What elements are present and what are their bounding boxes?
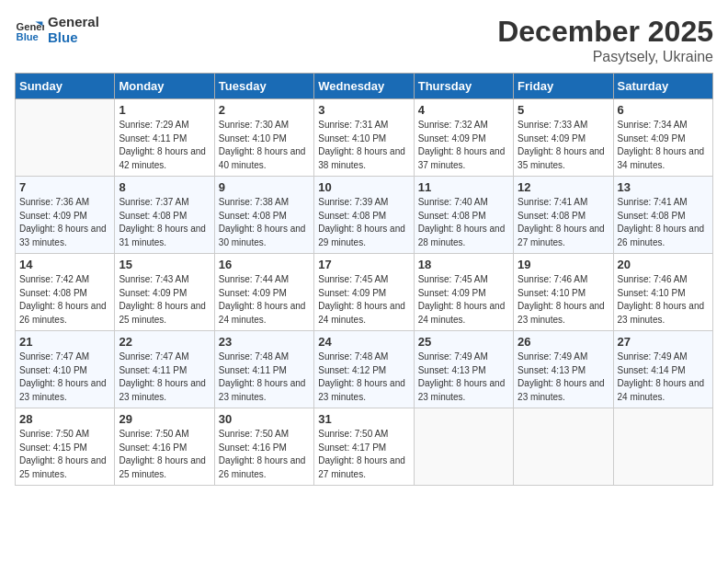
day-info: Sunrise: 7:49 AMSunset: 4:13 PMDaylight:…: [518, 350, 609, 404]
calendar-day-cell: 10Sunrise: 7:39 AMSunset: 4:08 PMDayligh…: [314, 177, 414, 254]
day-info: Sunrise: 7:49 AMSunset: 4:13 PMDaylight:…: [418, 350, 509, 404]
weekday-header-tuesday: Tuesday: [214, 74, 313, 99]
weekday-header-saturday: Saturday: [613, 74, 712, 99]
day-number: 2: [219, 103, 310, 117]
calendar-day-cell: 20Sunrise: 7:46 AMSunset: 4:10 PMDayligh…: [613, 254, 712, 331]
calendar-day-cell: 25Sunrise: 7:49 AMSunset: 4:13 PMDayligh…: [414, 331, 513, 408]
calendar-day-cell: 11Sunrise: 7:40 AMSunset: 4:08 PMDayligh…: [414, 177, 513, 254]
day-info: Sunrise: 7:40 AMSunset: 4:08 PMDaylight:…: [418, 196, 509, 249]
calendar-day-cell: [613, 408, 712, 486]
day-number: 31: [318, 412, 409, 426]
calendar-week-row: 28Sunrise: 7:50 AMSunset: 4:15 PMDayligh…: [16, 408, 713, 486]
calendar-day-cell: 8Sunrise: 7:37 AMSunset: 4:08 PMDaylight…: [115, 177, 214, 254]
day-info: Sunrise: 7:29 AMSunset: 4:11 PMDaylight:…: [119, 119, 210, 172]
day-info: Sunrise: 7:30 AMSunset: 4:10 PMDaylight:…: [219, 119, 310, 172]
day-number: 13: [618, 180, 709, 194]
day-number: 23: [219, 335, 310, 349]
day-number: 29: [119, 412, 210, 426]
calendar-day-cell: 5Sunrise: 7:33 AMSunset: 4:09 PMDaylight…: [514, 99, 613, 177]
weekday-header-sunday: Sunday: [16, 74, 115, 99]
calendar-day-cell: 1Sunrise: 7:29 AMSunset: 4:11 PMDaylight…: [115, 99, 214, 177]
calendar-day-cell: [514, 408, 613, 486]
day-info: Sunrise: 7:50 AMSunset: 4:15 PMDaylight:…: [19, 428, 110, 481]
day-info: Sunrise: 7:37 AMSunset: 4:08 PMDaylight:…: [119, 196, 210, 249]
day-number: 16: [219, 258, 310, 271]
logo-text-general: General: [48, 15, 99, 30]
logo-icon: General Blue: [15, 16, 44, 45]
day-number: 26: [518, 335, 609, 349]
calendar-week-row: 1Sunrise: 7:29 AMSunset: 4:11 PMDaylight…: [16, 99, 713, 177]
day-number: 18: [418, 258, 509, 271]
day-info: Sunrise: 7:45 AMSunset: 4:09 PMDaylight:…: [418, 273, 509, 327]
calendar-day-cell: 31Sunrise: 7:50 AMSunset: 4:17 PMDayligh…: [314, 408, 414, 486]
calendar-day-cell: [414, 408, 513, 486]
day-info: Sunrise: 7:48 AMSunset: 4:11 PMDaylight:…: [219, 350, 310, 404]
calendar-day-cell: 18Sunrise: 7:45 AMSunset: 4:09 PMDayligh…: [414, 254, 513, 331]
day-info: Sunrise: 7:31 AMSunset: 4:10 PMDaylight:…: [318, 119, 409, 172]
day-number: 24: [318, 335, 409, 349]
calendar-day-cell: 30Sunrise: 7:50 AMSunset: 4:16 PMDayligh…: [214, 408, 313, 486]
calendar-week-row: 21Sunrise: 7:47 AMSunset: 4:10 PMDayligh…: [16, 331, 713, 408]
weekday-header-monday: Monday: [115, 74, 214, 99]
day-info: Sunrise: 7:49 AMSunset: 4:14 PMDaylight:…: [618, 350, 709, 404]
calendar-day-cell: 4Sunrise: 7:32 AMSunset: 4:09 PMDaylight…: [414, 99, 513, 177]
calendar-day-cell: 16Sunrise: 7:44 AMSunset: 4:09 PMDayligh…: [214, 254, 313, 331]
title-area: December 2025 Pasytsely, Ukraine: [497, 15, 713, 65]
month-title: December 2025: [497, 15, 713, 49]
day-info: Sunrise: 7:36 AMSunset: 4:09 PMDaylight:…: [19, 196, 110, 249]
calendar-day-cell: 6Sunrise: 7:34 AMSunset: 4:09 PMDaylight…: [613, 99, 712, 177]
calendar-day-cell: 12Sunrise: 7:41 AMSunset: 4:08 PMDayligh…: [514, 177, 613, 254]
day-number: 10: [318, 180, 409, 194]
calendar-day-cell: 29Sunrise: 7:50 AMSunset: 4:16 PMDayligh…: [115, 408, 214, 486]
weekday-header-friday: Friday: [514, 74, 613, 99]
calendar-day-cell: 19Sunrise: 7:46 AMSunset: 4:10 PMDayligh…: [514, 254, 613, 331]
day-info: Sunrise: 7:50 AMSunset: 4:16 PMDaylight:…: [119, 428, 210, 481]
calendar-day-cell: 27Sunrise: 7:49 AMSunset: 4:14 PMDayligh…: [613, 331, 712, 408]
day-number: 6: [618, 103, 709, 117]
calendar-day-cell: 21Sunrise: 7:47 AMSunset: 4:10 PMDayligh…: [16, 331, 115, 408]
day-number: 12: [518, 180, 609, 194]
calendar-day-cell: 24Sunrise: 7:48 AMSunset: 4:12 PMDayligh…: [314, 331, 414, 408]
calendar-day-cell: 13Sunrise: 7:41 AMSunset: 4:08 PMDayligh…: [613, 177, 712, 254]
weekday-header-wednesday: Wednesday: [314, 74, 414, 99]
day-number: 4: [418, 103, 509, 117]
svg-text:Blue: Blue: [17, 31, 39, 42]
calendar-day-cell: 7Sunrise: 7:36 AMSunset: 4:09 PMDaylight…: [16, 177, 115, 254]
weekday-header-thursday: Thursday: [414, 74, 513, 99]
day-info: Sunrise: 7:43 AMSunset: 4:09 PMDaylight:…: [119, 273, 210, 327]
calendar-day-cell: 23Sunrise: 7:48 AMSunset: 4:11 PMDayligh…: [214, 331, 313, 408]
day-info: Sunrise: 7:44 AMSunset: 4:09 PMDaylight:…: [219, 273, 310, 327]
page-header: General Blue General Blue December 2025 …: [15, 15, 713, 65]
calendar-day-cell: 15Sunrise: 7:43 AMSunset: 4:09 PMDayligh…: [115, 254, 214, 331]
day-number: 21: [19, 335, 110, 349]
day-number: 17: [318, 258, 409, 271]
logo-text-blue: Blue: [48, 30, 99, 46]
day-info: Sunrise: 7:50 AMSunset: 4:17 PMDaylight:…: [318, 428, 409, 481]
calendar-day-cell: 9Sunrise: 7:38 AMSunset: 4:08 PMDaylight…: [214, 177, 313, 254]
day-number: 19: [518, 258, 609, 271]
calendar-day-cell: 28Sunrise: 7:50 AMSunset: 4:15 PMDayligh…: [16, 408, 115, 486]
day-number: 1: [119, 103, 210, 117]
day-number: 3: [318, 103, 409, 117]
day-number: 7: [19, 180, 110, 194]
day-info: Sunrise: 7:41 AMSunset: 4:08 PMDaylight:…: [518, 196, 609, 249]
calendar-day-cell: 3Sunrise: 7:31 AMSunset: 4:10 PMDaylight…: [314, 99, 414, 177]
day-info: Sunrise: 7:33 AMSunset: 4:09 PMDaylight:…: [518, 119, 609, 172]
location-title: Pasytsely, Ukraine: [497, 49, 713, 65]
day-number: 28: [19, 412, 110, 426]
day-number: 15: [119, 258, 210, 271]
day-number: 25: [418, 335, 509, 349]
day-number: 9: [219, 180, 310, 194]
weekday-header-row: SundayMondayTuesdayWednesdayThursdayFrid…: [16, 74, 713, 99]
day-number: 11: [418, 180, 509, 194]
calendar-table: SundayMondayTuesdayWednesdayThursdayFrid…: [15, 73, 713, 486]
calendar-week-row: 14Sunrise: 7:42 AMSunset: 4:08 PMDayligh…: [16, 254, 713, 331]
day-info: Sunrise: 7:50 AMSunset: 4:16 PMDaylight:…: [219, 428, 310, 481]
calendar-day-cell: [16, 99, 115, 177]
day-info: Sunrise: 7:47 AMSunset: 4:10 PMDaylight:…: [19, 350, 110, 404]
day-info: Sunrise: 7:32 AMSunset: 4:09 PMDaylight:…: [418, 119, 509, 172]
day-number: 27: [618, 335, 709, 349]
day-info: Sunrise: 7:45 AMSunset: 4:09 PMDaylight:…: [318, 273, 409, 327]
day-number: 5: [518, 103, 609, 117]
day-info: Sunrise: 7:46 AMSunset: 4:10 PMDaylight:…: [618, 273, 709, 327]
